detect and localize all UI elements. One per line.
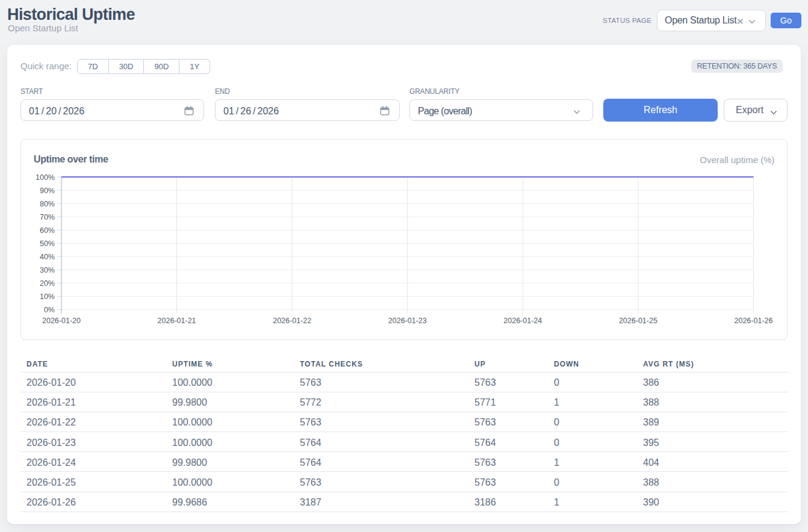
- svg-text:40%: 40%: [39, 252, 54, 261]
- svg-text:20%: 20%: [39, 279, 54, 287]
- svg-text:70%: 70%: [39, 212, 54, 221]
- svg-text:0%: 0%: [43, 306, 54, 314]
- svg-text:30%: 30%: [39, 265, 54, 274]
- svg-text:2026-01-23: 2026-01-23: [388, 317, 426, 325]
- svg-text:2026-01-20: 2026-01-20: [42, 317, 81, 325]
- svg-text:100%: 100%: [36, 173, 55, 181]
- svg-text:90%: 90%: [39, 186, 54, 194]
- svg-text:2026-01-25: 2026-01-25: [618, 317, 657, 325]
- svg-text:2026-01-22: 2026-01-22: [273, 317, 311, 325]
- svg-text:60%: 60%: [39, 226, 54, 234]
- svg-text:2026-01-21: 2026-01-21: [157, 317, 196, 325]
- svg-text:50%: 50%: [39, 239, 54, 247]
- svg-text:2026-01-26: 2026-01-26: [734, 317, 772, 325]
- svg-text:10%: 10%: [39, 292, 54, 300]
- svg-text:2026-01-24: 2026-01-24: [503, 317, 542, 325]
- svg-text:80%: 80%: [39, 199, 54, 208]
